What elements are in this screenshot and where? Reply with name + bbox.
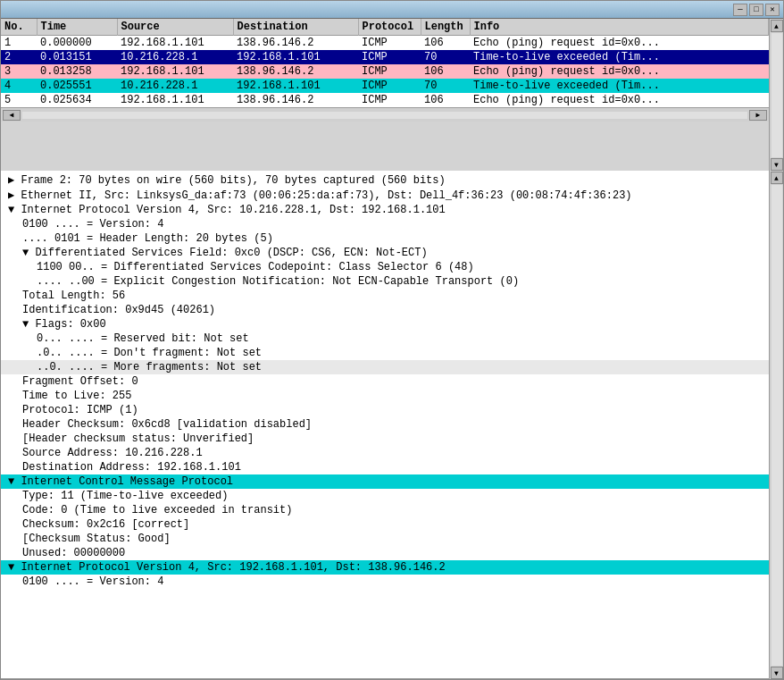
table-cell: 0.013151 bbox=[37, 50, 117, 64]
detail-line: Identification: 0x9d45 (40261) bbox=[1, 303, 769, 317]
packet-list-scrollbar[interactable]: ▲ ▼ bbox=[769, 19, 783, 171]
table-cell: 192.168.1.101 bbox=[233, 79, 358, 93]
detail-line[interactable]: ▼ Internet Protocol Version 4, Src: 10.2… bbox=[1, 203, 769, 217]
packet-list-section: No. Time Source Destination Protocol Len… bbox=[1, 19, 783, 171]
table-cell: 192.168.1.101 bbox=[117, 93, 233, 107]
detail-line: Code: 0 (Time to live exceeded in transi… bbox=[1, 503, 769, 517]
table-cell: 10.216.228.1 bbox=[117, 79, 233, 93]
detail-line: Fragment Offset: 0 bbox=[1, 374, 769, 389]
detail-line: [Checksum Status: Good] bbox=[1, 532, 769, 546]
scroll-right-button[interactable]: ▶ bbox=[749, 110, 767, 121]
table-cell: Echo (ping) request id=0x0... bbox=[470, 36, 769, 51]
detail-scroll-down[interactable]: ▼ bbox=[771, 667, 783, 679]
table-cell: Time-to-live exceeded (Tim... bbox=[470, 50, 769, 64]
table-cell: 106 bbox=[421, 36, 470, 51]
packet-table-header: No. Time Source Destination Protocol Len… bbox=[1, 19, 769, 36]
maximize-button[interactable]: □ bbox=[749, 4, 763, 16]
table-cell: 138.96.146.2 bbox=[233, 93, 358, 107]
detail-line: .0.. .... = Don't fragment: Not set bbox=[1, 346, 769, 360]
table-cell: 0.013258 bbox=[37, 64, 117, 79]
detail-line: [Header checksum status: Unverified] bbox=[1, 432, 769, 446]
table-cell: ICMP bbox=[358, 50, 421, 64]
packet-table: No. Time Source Destination Protocol Len… bbox=[1, 19, 769, 107]
detail-scroll-thumb bbox=[771, 185, 782, 666]
title-bar: — □ ✕ bbox=[1, 1, 783, 19]
table-cell: 192.168.1.101 bbox=[117, 64, 233, 79]
detail-line: 0... .... = Reserved bit: Not set bbox=[1, 332, 769, 346]
detail-line[interactable]: ▼ Differentiated Services Field: 0xc0 (D… bbox=[1, 246, 769, 260]
table-cell: 0.025551 bbox=[37, 79, 117, 93]
table-cell: Echo (ping) request id=0x0... bbox=[470, 93, 769, 107]
detail-line: 1100 00.. = Differentiated Services Code… bbox=[1, 260, 769, 274]
table-cell: ICMP bbox=[358, 79, 421, 93]
close-button[interactable]: ✕ bbox=[765, 4, 780, 16]
detail-line: Type: 11 (Time-to-live exceeded) bbox=[1, 489, 769, 503]
col-source: Source bbox=[117, 19, 233, 36]
title-buttons: — □ ✕ bbox=[733, 4, 780, 16]
table-cell: 192.168.1.101 bbox=[117, 36, 233, 51]
table-cell: 1 bbox=[1, 36, 37, 51]
detail-line: Source Address: 10.216.228.1 bbox=[1, 446, 769, 460]
detail-line: Protocol: ICMP (1) bbox=[1, 403, 769, 417]
table-cell: 138.96.146.2 bbox=[233, 64, 358, 79]
table-cell: ICMP bbox=[358, 93, 421, 107]
table-row[interactable]: 50.025634192.168.1.101138.96.146.2ICMP10… bbox=[1, 93, 769, 107]
detail-line: .... 0101 = Header Length: 20 bytes (5) bbox=[1, 231, 769, 246]
col-info: Info bbox=[470, 19, 769, 36]
scroll-up-arrow[interactable]: ▲ bbox=[771, 20, 783, 32]
table-cell: 3 bbox=[1, 64, 37, 79]
table-cell: 70 bbox=[421, 79, 470, 93]
table-row[interactable]: 10.000000192.168.1.101138.96.146.2ICMP10… bbox=[1, 36, 769, 51]
detail-line[interactable]: ▼ Internet Control Message Protocol bbox=[1, 474, 769, 489]
scroll-down-arrow[interactable]: ▼ bbox=[771, 158, 783, 171]
col-destination: Destination bbox=[233, 19, 358, 36]
table-cell: 0.000000 bbox=[37, 36, 117, 51]
table-cell: ICMP bbox=[358, 64, 421, 79]
minimize-button[interactable]: — bbox=[733, 4, 747, 16]
detail-line[interactable]: ▼ Internet Protocol Version 4, Src: 192.… bbox=[1, 560, 769, 575]
scroll-left-button[interactable]: ◀ bbox=[3, 110, 21, 121]
col-length: Length bbox=[421, 19, 470, 36]
table-cell: 192.168.1.101 bbox=[233, 50, 358, 64]
table-cell: 5 bbox=[1, 93, 37, 107]
horizontal-scrollbar[interactable]: ◀ ▶ bbox=[1, 107, 769, 122]
table-cell: Echo (ping) request id=0x0... bbox=[470, 64, 769, 79]
detail-line: Checksum: 0x2c16 [correct] bbox=[1, 517, 769, 532]
table-cell: ICMP bbox=[358, 36, 421, 51]
col-time: Time bbox=[37, 19, 117, 36]
detail-line[interactable]: ▶ Frame 2: 70 bytes on wire (560 bits), … bbox=[1, 172, 769, 188]
table-cell: 4 bbox=[1, 79, 37, 93]
table-cell: 0.025634 bbox=[37, 93, 117, 107]
table-cell: 2 bbox=[1, 50, 37, 64]
detail-line: .... ..00 = Explicit Congestion Notifica… bbox=[1, 274, 769, 289]
detail-line: 0100 .... = Version: 4 bbox=[1, 217, 769, 231]
detail-section: ▶ Frame 2: 70 bytes on wire (560 bits), … bbox=[1, 171, 783, 679]
table-row[interactable]: 20.01315110.216.228.1192.168.1.101ICMP70… bbox=[1, 50, 769, 64]
detail-scroll-up[interactable]: ▲ bbox=[771, 172, 783, 184]
packet-tbody: 10.000000192.168.1.101138.96.146.2ICMP10… bbox=[1, 36, 769, 108]
table-row[interactable]: 40.02555110.216.228.1192.168.1.101ICMP70… bbox=[1, 79, 769, 93]
packet-list-main: No. Time Source Destination Protocol Len… bbox=[1, 19, 769, 171]
col-protocol: Protocol bbox=[358, 19, 421, 36]
detail-line: 0100 .... = Version: 4 bbox=[1, 575, 769, 589]
table-cell: 70 bbox=[421, 50, 470, 64]
table-cell: 138.96.146.2 bbox=[233, 36, 358, 51]
detail-scrollbar[interactable]: ▲ ▼ bbox=[769, 171, 783, 679]
col-no: No. bbox=[1, 19, 37, 36]
table-cell: Time-to-live exceeded (Tim... bbox=[470, 79, 769, 93]
detail-line: Header Checksum: 0x6cd8 [validation disa… bbox=[1, 417, 769, 432]
detail-line: Unused: 00000000 bbox=[1, 546, 769, 560]
detail-line: Time to Live: 255 bbox=[1, 389, 769, 403]
table-cell: 106 bbox=[421, 93, 470, 107]
detail-line: ..0. .... = More fragments: Not set bbox=[1, 360, 769, 374]
detail-line[interactable]: ▼ Flags: 0x00 bbox=[1, 317, 769, 332]
scroll-track[interactable] bbox=[22, 112, 747, 119]
detail-line: Destination Address: 192.168.1.101 bbox=[1, 460, 769, 474]
scroll-thumb bbox=[771, 33, 782, 157]
table-cell: 106 bbox=[421, 64, 470, 79]
table-row[interactable]: 30.013258192.168.1.101138.96.146.2ICMP10… bbox=[1, 64, 769, 79]
detail-line: Total Length: 56 bbox=[1, 289, 769, 303]
table-cell: 10.216.228.1 bbox=[117, 50, 233, 64]
detail-line[interactable]: ▶ Ethernet II, Src: LinksysG_da:af:73 (0… bbox=[1, 188, 769, 203]
detail-panel[interactable]: ▶ Frame 2: 70 bytes on wire (560 bits), … bbox=[1, 171, 769, 679]
